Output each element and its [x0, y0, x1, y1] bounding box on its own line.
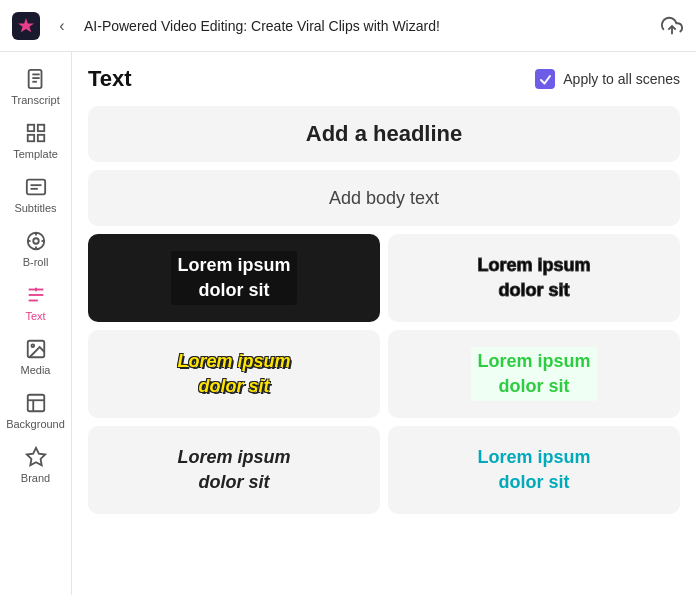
cards-area: Add a headline Add body text Lorem ipsum…: [72, 106, 696, 595]
style-text-italic: Lorem ipsumdolor sit: [177, 445, 290, 495]
svg-marker-25: [26, 448, 44, 465]
sidebar-item-background[interactable]: Background: [0, 384, 71, 438]
sidebar-item-media[interactable]: Media: [0, 330, 71, 384]
brand-icon: [25, 446, 47, 468]
doc-icon: [25, 68, 47, 90]
svg-rect-8: [37, 135, 43, 141]
apply-all-label: Apply to all scenes: [563, 71, 680, 87]
sidebar-label-template: Template: [13, 148, 58, 160]
sidebar-label-subtitles: Subtitles: [14, 202, 56, 214]
sidebar-label-broll: B-roll: [23, 256, 49, 268]
sidebar-item-broll[interactable]: B-roll: [0, 222, 71, 276]
app-logo: [12, 12, 40, 40]
style-text-yellow-shadow: Lorem ipsumdolor sit: [177, 349, 290, 399]
sidebar-item-brand[interactable]: Brand: [0, 438, 71, 492]
sidebar-label-background: Background: [6, 418, 65, 430]
svg-point-23: [31, 344, 34, 347]
checkmark-icon: [539, 73, 552, 86]
content-area: Text Apply to all scenes Add a headline: [72, 52, 696, 595]
headline-label: Add a headline: [306, 121, 462, 147]
topbar: ‹ AI-Powered Video Editing: Create Viral…: [0, 0, 696, 52]
style-text-outline: Lorem ipsumdolor sit: [477, 253, 590, 303]
style-text-teal: Lorem ipsumdolor sit: [477, 445, 590, 495]
style-card-green-bg[interactable]: Lorem ipsumdolor sit: [388, 330, 680, 418]
content-title: Text: [88, 66, 132, 92]
media-icon: [25, 338, 47, 360]
add-body-card[interactable]: Add body text: [88, 170, 680, 226]
body-row: Add body text: [88, 170, 680, 226]
svg-rect-6: [37, 125, 43, 131]
page-title: AI-Powered Video Editing: Create Viral C…: [84, 18, 650, 34]
sidebar-label-transcript: Transcript: [11, 94, 60, 106]
svg-rect-9: [26, 180, 44, 195]
svg-rect-24: [27, 395, 44, 412]
style-card-yellow-shadow[interactable]: Lorem ipsumdolor sit: [88, 330, 380, 418]
sidebar-label-text: Text: [25, 310, 45, 322]
svg-rect-7: [27, 135, 33, 141]
style-card-italic[interactable]: Lorem ipsumdolor sit: [88, 426, 380, 514]
sidebar: Transcript Template Subtitles: [0, 52, 72, 595]
sidebar-label-brand: Brand: [21, 472, 50, 484]
svg-point-13: [33, 238, 39, 244]
style-card-black-bg[interactable]: Lorem ipsumdolor sit: [88, 234, 380, 322]
sidebar-item-template[interactable]: Template: [0, 114, 71, 168]
upload-button[interactable]: [660, 14, 684, 38]
content-header: Text Apply to all scenes: [72, 52, 696, 106]
grid-icon: [25, 122, 47, 144]
svg-rect-5: [27, 125, 33, 131]
apply-all-container: Apply to all scenes: [535, 69, 680, 89]
apply-all-checkbox[interactable]: [535, 69, 555, 89]
style-card-teal[interactable]: Lorem ipsumdolor sit: [388, 426, 680, 514]
sidebar-item-transcript[interactable]: Transcript: [0, 60, 71, 114]
sidebar-item-text[interactable]: Text: [0, 276, 71, 330]
style-grid: Lorem ipsumdolor sit Lorem ipsumdolor si…: [88, 234, 680, 514]
headline-row: Add a headline: [88, 106, 680, 162]
subtitles-icon: [25, 176, 47, 198]
main-layout: Transcript Template Subtitles: [0, 52, 696, 595]
back-button[interactable]: ‹: [50, 14, 74, 38]
text-icon: [25, 284, 47, 306]
sidebar-label-media: Media: [21, 364, 51, 376]
film-icon: [25, 230, 47, 252]
bg-icon: [25, 392, 47, 414]
style-card-outline[interactable]: Lorem ipsumdolor sit: [388, 234, 680, 322]
sidebar-item-subtitles[interactable]: Subtitles: [0, 168, 71, 222]
style-text-black-bg: Lorem ipsumdolor sit: [171, 251, 296, 305]
style-text-green-bg: Lorem ipsumdolor sit: [471, 347, 596, 401]
body-label: Add body text: [329, 188, 439, 209]
add-headline-card[interactable]: Add a headline: [88, 106, 680, 162]
